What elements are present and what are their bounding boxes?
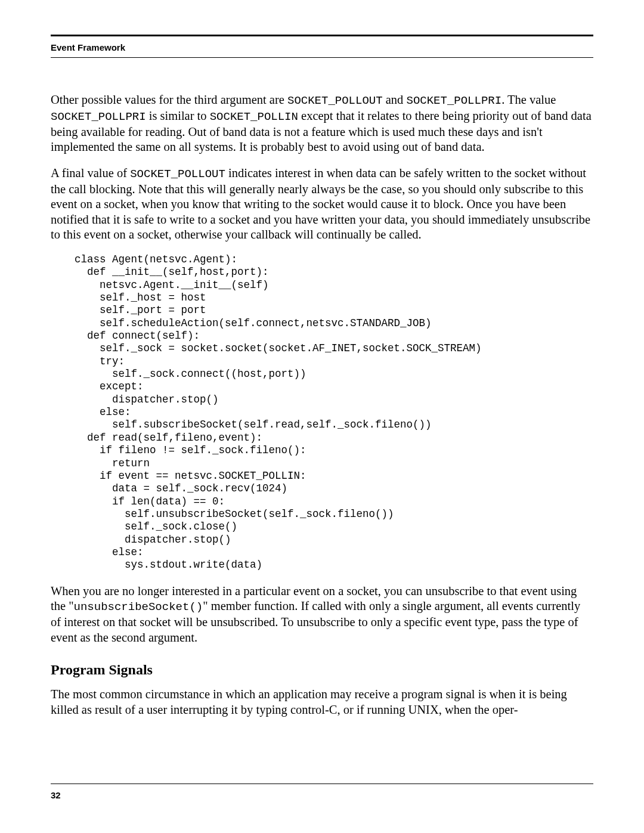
paragraph-1: Other possible values for the third argu… — [51, 92, 593, 155]
inline-code: SOCKET_POLLPRI — [51, 110, 146, 123]
body-text: Other possible values for the third argu… — [51, 92, 593, 717]
inline-code: SOCKET_POLLIN — [210, 110, 298, 123]
running-head: Event Framework — [51, 42, 593, 57]
text: . The value — [501, 93, 556, 106]
code-block: class Agent(netsvc.Agent): def __init__(… — [75, 253, 593, 572]
top-rule — [51, 35, 593, 36]
inline-code: SOCKET_POLLOUT — [287, 94, 383, 107]
paragraph-4: The most common circumstance in which an… — [51, 687, 593, 717]
paragraph-2: A final value of SOCKET_POLLOUT indicate… — [51, 166, 593, 243]
inline-code: unsubscribeSocket() — [74, 600, 203, 614]
footer-rule — [51, 784, 593, 784]
text: and — [383, 93, 407, 106]
text: Other possible values for the third argu… — [51, 93, 287, 106]
header-sub-rule — [51, 57, 593, 58]
page: Event Framework Other possible values fo… — [0, 0, 644, 833]
page-number: 32 — [51, 790, 593, 800]
text: A final value of — [51, 166, 130, 179]
text: is similar to — [146, 109, 210, 122]
footer: 32 — [51, 784, 593, 800]
paragraph-3: When you are no longer interested in a p… — [51, 584, 593, 646]
text: The most common circumstance in which an… — [51, 688, 567, 716]
section-heading-program-signals: Program Signals — [51, 661, 593, 679]
inline-code: SOCKET_POLLOUT — [130, 168, 225, 181]
inline-code: SOCKET_POLLPRI — [406, 94, 501, 107]
